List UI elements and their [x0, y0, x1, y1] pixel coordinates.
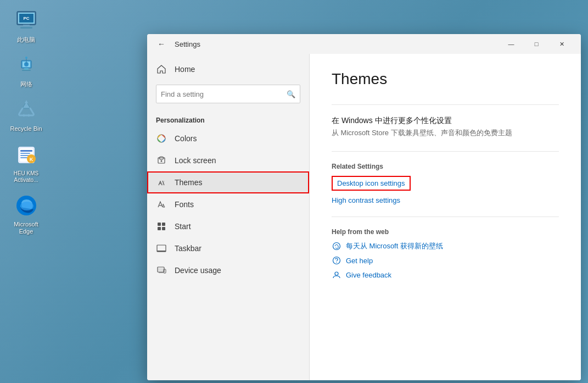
svg-point-49 — [336, 262, 337, 263]
start-label: Start — [175, 222, 191, 231]
search-icon: 🔍 — [287, 90, 295, 98]
main-content: Themes 在 Windows 中进行更多个性化设置 从 Microsoft … — [310, 54, 581, 380]
desktop-icons-container: PC 此电脑 网络 — [5, 5, 47, 237]
desktop-icon-settings-link[interactable]: Desktop icon settings — [332, 176, 411, 191]
promo-heading: 在 Windows 中进行更多个性化设置 — [332, 116, 559, 126]
close-button[interactable]: ✕ — [549, 34, 574, 54]
fonts-icon — [156, 199, 167, 210]
title-bar-left: ← Settings — [154, 36, 499, 52]
svg-rect-39 — [158, 227, 161, 230]
svg-rect-45 — [158, 268, 164, 271]
window-title: Settings — [175, 40, 200, 48]
divider-1 — [332, 104, 559, 105]
taskbar-icon — [156, 243, 167, 254]
section-label: Personalization — [147, 112, 309, 127]
sidebar: Home 🔍 Personalization — [147, 54, 309, 380]
desktop-icon-heu[interactable]: K HEU KMS Activato... — [5, 140, 47, 186]
network-icon — [13, 52, 40, 79]
svg-point-29 — [161, 160, 163, 162]
maximize-button[interactable]: □ — [524, 34, 549, 54]
promo-section: 在 Windows 中进行更多个性化设置 从 Microsoft Store 下… — [332, 116, 559, 138]
svg-rect-8 — [24, 68, 29, 70]
svg-rect-9 — [22, 70, 31, 71]
help-section-title: Help from the web — [332, 228, 559, 236]
desktop-icon-pc[interactable]: PC 此电脑 — [5, 5, 47, 46]
divider-2 — [332, 151, 559, 152]
high-contrast-settings-link[interactable]: High contrast settings — [332, 195, 559, 206]
svg-marker-15 — [25, 100, 28, 103]
get-help-label: Get help — [346, 257, 373, 265]
taskbar-label: Taskbar — [175, 244, 201, 253]
desktop-icon-network[interactable]: 网络 — [5, 50, 47, 90]
network-icon-label: 网络 — [20, 81, 32, 88]
search-container: 🔍 — [147, 80, 309, 108]
feedback-label: Give feedback — [346, 271, 391, 279]
svg-rect-42 — [157, 251, 166, 252]
minimize-button[interactable]: — — [499, 34, 524, 54]
home-icon — [156, 64, 167, 75]
svg-rect-38 — [162, 223, 165, 226]
desktop-icon-edge[interactable]: Microsoft Edge — [5, 190, 47, 237]
svg-point-11 — [25, 57, 27, 59]
lockscreen-label: Lock screen — [175, 156, 216, 165]
wallpaper-icon — [332, 241, 341, 251]
search-box: 🔍 — [156, 85, 300, 103]
sidebar-item-fonts[interactable]: Fonts — [147, 193, 309, 215]
sidebar-item-colors[interactable]: Colors — [147, 127, 309, 149]
svg-rect-40 — [162, 227, 165, 230]
fonts-label: Fonts — [175, 200, 194, 209]
desktop: PC 此电脑 网络 — [0, 0, 588, 383]
wallpaper-link[interactable]: 每天从 Microsoft 获得新的壁纸 — [332, 241, 559, 251]
related-settings-title: Related Settings — [332, 163, 559, 170]
pc-icon: PC — [13, 8, 40, 34]
svg-rect-2 — [23, 25, 30, 27]
help-section: Help from the web 每天从 Microsoft 获得新的壁纸 — [332, 228, 559, 280]
wallpaper-label: 每天从 Microsoft 获得新的壁纸 — [346, 241, 443, 251]
lockscreen-icon — [156, 155, 167, 166]
heu-icon-label: HEU KMS Activato... — [14, 170, 39, 184]
svg-point-25 — [20, 202, 33, 210]
feedback-icon — [332, 270, 341, 280]
edge-icon-label: Microsoft Edge — [8, 221, 44, 235]
svg-marker-14 — [29, 114, 30, 117]
home-button[interactable]: Home — [147, 58, 309, 80]
svg-marker-13 — [23, 114, 24, 117]
themes-icon — [156, 177, 167, 188]
start-icon — [156, 221, 167, 232]
svg-rect-37 — [158, 223, 161, 226]
sidebar-item-themes[interactable]: Themes — [147, 171, 309, 193]
recycle-icon-label: Recycle Bin — [10, 125, 42, 132]
sidebar-item-deviceusage[interactable]: Device usage — [147, 259, 309, 281]
title-bar: ← Settings — □ ✕ — [147, 34, 581, 54]
svg-rect-44 — [159, 272, 163, 273]
sidebar-item-taskbar[interactable]: Taskbar — [147, 237, 309, 259]
divider-3 — [332, 217, 559, 217]
svg-text:PC: PC — [23, 16, 29, 21]
pc-icon-label: 此电脑 — [17, 36, 35, 43]
colors-label: Colors — [175, 134, 197, 143]
page-title: Themes — [332, 70, 559, 88]
desktop-icon-recycle[interactable]: Recycle Bin — [5, 95, 47, 135]
get-help-link[interactable]: Get help — [332, 256, 559, 265]
settings-window: ← Settings — □ ✕ Home — [147, 34, 581, 380]
sidebar-item-start[interactable]: Start — [147, 215, 309, 237]
heu-icon: K — [13, 142, 40, 168]
search-input[interactable] — [161, 90, 287, 98]
deviceusage-label: Device usage — [175, 266, 221, 275]
content-area: Home 🔍 Personalization — [147, 54, 581, 380]
svg-rect-3 — [20, 27, 32, 29]
feedback-link[interactable]: Give feedback — [332, 270, 559, 280]
recycle-icon — [13, 97, 40, 123]
svg-rect-19 — [20, 153, 30, 154]
svg-point-50 — [335, 272, 338, 275]
themes-label: Themes — [175, 178, 203, 187]
window-controls: — □ ✕ — [499, 34, 574, 54]
home-label: Home — [175, 65, 195, 74]
promo-subtext: 从 Microsoft Store 下载兼具壁纸、声音和颜色的免费主题 — [332, 128, 559, 138]
sidebar-item-lockscreen[interactable]: Lock screen — [147, 149, 309, 171]
svg-text:K: K — [29, 157, 33, 162]
related-settings-section: Related Settings Desktop icon settings H… — [332, 163, 559, 206]
back-button[interactable]: ← — [154, 36, 169, 52]
colors-icon — [156, 133, 167, 144]
get-help-icon — [332, 256, 341, 265]
